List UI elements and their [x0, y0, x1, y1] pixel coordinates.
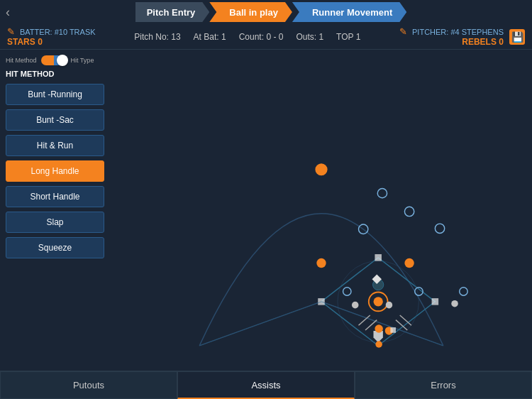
pitcher-name: PITCHER: #4 STEPHENS — [412, 28, 504, 36]
toggle-right-label: Hit Type — [71, 57, 94, 64]
sidebar-btn-slap[interactable]: Slap — [6, 212, 104, 233]
sidebar-btn-hit-&-run[interactable]: Hit & Run — [6, 135, 104, 156]
sidebar-title: HIT METHOD — [6, 70, 104, 78]
sidebar-btn-squeeze[interactable]: Squeeze — [6, 237, 104, 258]
field-dot — [375, 324, 382, 332]
batter-info: ✎ BATTER: #10 TRASK STARS 0 — [7, 26, 96, 47]
toggle-slider[interactable] — [41, 55, 67, 65]
tab-putouts[interactable]: Putouts — [0, 371, 177, 399]
batter-team-score: STARS 0 — [7, 37, 96, 47]
field-dot — [404, 207, 414, 216]
field-dot — [451, 300, 458, 307]
toggle-thumb — [57, 55, 68, 66]
sidebar-btn-short-handle[interactable]: Short Handle — [6, 186, 104, 207]
save-button[interactable]: 💾 — [509, 29, 525, 45]
toggle-left-label: Hit Method — [6, 57, 37, 64]
game-info-bar: ✎ BATTER: #10 TRASK STARS 0 Pitch No: 13… — [0, 24, 532, 50]
pitch-info: Pitch No: 13 At Bat: 1 Count: 0 - 0 Outs… — [134, 32, 360, 42]
field-dot — [315, 163, 327, 175]
batter-edit-icon[interactable]: ✎ — [7, 26, 15, 37]
nav-step-ball-in-play[interactable]: Ball in play — [209, 2, 292, 22]
field-dot — [316, 258, 326, 268]
count: Count: 0 - 0 — [239, 32, 284, 42]
baseball-field[interactable] — [151, 61, 492, 359]
at-bat: At Bat: 1 — [194, 32, 226, 42]
top-inning: TOP 1 — [336, 32, 360, 42]
pitcher-team-score: REBELS 0 — [399, 37, 504, 47]
sidebar-btn-bunt--sac[interactable]: Bunt -Sac — [6, 109, 104, 131]
field-dot — [375, 341, 382, 348]
outs: Outs: 1 — [296, 32, 323, 42]
field-container[interactable] — [110, 50, 532, 371]
tab-errors[interactable]: Errors — [355, 371, 532, 399]
tab-assists[interactable]: Assists — [177, 371, 355, 399]
field-dot — [351, 302, 358, 309]
field-dot — [377, 188, 387, 197]
sidebar: Hit Method Hit Type HIT METHOD Bunt -Run… — [0, 50, 110, 371]
back-button[interactable]: ‹ — [6, 5, 10, 20]
bottom-tabs: PutoutsAssistsErrors — [0, 371, 532, 399]
hit-toggle[interactable]: Hit Method Hit Type — [6, 55, 104, 65]
field-dot — [385, 302, 392, 309]
field-dot — [404, 258, 414, 268]
field-dot — [435, 224, 444, 233]
field-dot-batter-center — [373, 297, 382, 306]
field-dot — [343, 288, 350, 295]
nav-step-runner-movement[interactable]: Runner Movement — [292, 2, 406, 22]
svg-rect-5 — [375, 254, 382, 261]
svg-rect-6 — [431, 298, 438, 305]
top-nav: ‹ Pitch Entry Ball in play Runner Moveme… — [0, 0, 532, 24]
field-dot — [459, 288, 467, 295]
batter-name: BATTER: #10 TRASK — [20, 28, 96, 36]
sidebar-buttons: Bunt -RunningBunt -SacHit & RunLong Hand… — [6, 84, 104, 258]
sidebar-btn-long-handle[interactable]: Long Handle — [6, 160, 104, 182]
field-marker — [390, 327, 396, 333]
pitcher-info: ✎ PITCHER: #4 STEPHENS REBELS 0 — [399, 26, 504, 47]
sidebar-btn-bunt--running[interactable]: Bunt -Running — [6, 84, 104, 105]
nav-steps: Pitch Entry Ball in play Runner Movement — [135, 2, 407, 22]
nav-step-pitch-entry[interactable]: Pitch Entry — [135, 2, 210, 22]
pitcher-edit-icon[interactable]: ✎ — [399, 26, 407, 37]
main-area: Hit Method Hit Type HIT METHOD Bunt -Run… — [0, 50, 532, 371]
pitch-no: Pitch No: 13 — [134, 32, 180, 42]
